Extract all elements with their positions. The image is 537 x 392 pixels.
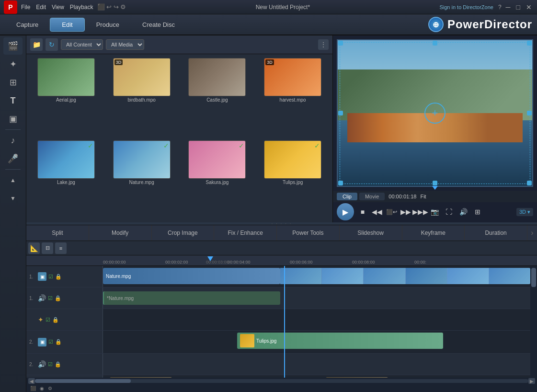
power-tools-tab[interactable]: Power Tools — [277, 225, 340, 241]
keyframe-tab[interactable]: Keyframe — [402, 225, 465, 241]
stop-button[interactable]: ■ — [357, 206, 368, 218]
menu-playback[interactable]: Playback — [70, 4, 93, 11]
status-bar: ⬛ ◉ ⚙ — [26, 384, 537, 392]
track-2-audio-content[interactable] — [103, 354, 537, 375]
media-item-tulips[interactable]: ✓ Tulips.jpg — [257, 140, 329, 219]
fit-selector[interactable]: Fit — [420, 194, 426, 199]
status-icon-3[interactable]: ⚙ — [48, 386, 52, 391]
track-alock-2[interactable]: 🔒 — [55, 361, 61, 368]
media-item-harvest[interactable]: 3D harvest.mpo — [257, 58, 329, 137]
nature-audio-clip[interactable]: *Nature.mpg — [103, 291, 280, 305]
media-item-sakura[interactable]: ✓ Sakura.jpg — [182, 140, 253, 219]
sidebar-icon-up[interactable]: ▲ — [3, 172, 23, 189]
timeline-zoom-out[interactable]: 📐 — [28, 242, 40, 254]
movie-tab[interactable]: Movie — [359, 193, 385, 200]
track-1-content[interactable]: Nature.mpg — [103, 266, 537, 287]
media-item-nature[interactable]: ✓ Nature.mpg — [106, 140, 178, 219]
create-disc-tab[interactable]: Create Disc — [131, 18, 186, 31]
content-filter[interactable]: All Content — [61, 39, 103, 50]
lake-clip-1[interactable]: Lake.jpg — [110, 377, 172, 378]
sidebar-icon-titles[interactable]: T — [3, 92, 23, 109]
timeline-view-btn[interactable]: ⊟ — [42, 242, 53, 254]
track-2-content[interactable]: Tulips.jpg — [103, 331, 537, 353]
track-lock-fx[interactable]: 🔒 — [52, 317, 59, 323]
slideshow-tab[interactable]: Slideshow — [340, 225, 402, 241]
volume-button[interactable]: 🔊 — [457, 206, 469, 218]
help-icon[interactable]: ? — [498, 4, 502, 11]
track-lock-1[interactable]: 🔒 — [55, 274, 62, 280]
play-button[interactable]: ▶ — [337, 203, 354, 220]
close-btn[interactable]: ✕ — [525, 3, 533, 11]
nature-clip[interactable]: Nature.mpg — [103, 268, 280, 284]
nature-clip-extended[interactable] — [280, 268, 530, 284]
sidebar-icon-voice[interactable]: 🎤 — [3, 150, 23, 167]
edit-tab[interactable]: Edit — [50, 18, 84, 32]
prev-frame-button[interactable]: ◀◀ — [371, 206, 383, 218]
media-item-aerial[interactable]: Aerial.jpg — [30, 58, 102, 137]
track-check-2[interactable]: ☑ — [48, 339, 53, 345]
grid-button[interactable]: ⊞ — [472, 206, 483, 218]
sidebar-icon-down[interactable]: ▼ — [3, 190, 23, 207]
fast-forward-button[interactable]: ▶▶▶ — [414, 206, 426, 218]
split-tab[interactable]: Split — [26, 225, 89, 241]
track-effects-content[interactable] — [103, 309, 537, 330]
tulips-clip[interactable]: Tulips.jpg — [237, 333, 443, 349]
capture-tab[interactable]: Capture — [5, 18, 50, 31]
more-tabs-btn[interactable]: › — [527, 225, 537, 241]
menu-view[interactable]: View — [52, 4, 64, 11]
sidebar-icon-effects[interactable]: ✦ — [3, 56, 23, 73]
track-check-1[interactable]: ☑ — [48, 274, 53, 280]
timeline-scrollbar-h[interactable]: ◀ ▶ — [26, 378, 537, 384]
produce-tab[interactable]: Produce — [85, 18, 131, 31]
media-filter[interactable]: All Media — [106, 39, 144, 50]
tulips-name: Tulips.jpg — [283, 180, 303, 185]
3d-button[interactable]: 3D ▾ — [516, 208, 533, 216]
track-acheck-1[interactable]: ☑ — [48, 295, 53, 301]
menu-bar[interactable]: File Edit View Playback — [21, 4, 93, 11]
menu-file[interactable]: File — [21, 4, 30, 11]
folder-icon[interactable]: 📁 — [30, 38, 43, 51]
window-controls[interactable]: ─ □ ✕ — [504, 3, 533, 11]
scrollbar-track[interactable] — [35, 379, 528, 383]
track-lock-2[interactable]: 🔒 — [55, 339, 62, 345]
media-item-birdbath[interactable]: 3D birdbath.mpo — [106, 58, 178, 137]
media-item-castle[interactable]: Castle.jpg — [182, 58, 253, 137]
sidebar-icon-transitions[interactable]: ⊞ — [3, 74, 23, 91]
sidebar-icon-music[interactable]: ♪ — [3, 132, 23, 149]
modify-tab[interactable]: Modify — [89, 225, 152, 241]
scroll-right-btn[interactable]: ▶ — [528, 378, 535, 384]
track-1-audio-content[interactable]: *Nature.mpg — [103, 288, 537, 309]
minimize-btn[interactable]: ─ — [504, 3, 512, 11]
scrollbar-thumb[interactable] — [35, 379, 131, 383]
timeline-add-btn[interactable]: ≡ — [55, 242, 67, 254]
scroll-left-btn[interactable]: ◀ — [28, 378, 35, 384]
sidebar-divider — [5, 129, 21, 130]
crop-image-tab[interactable]: Crop Image — [152, 225, 215, 241]
fix-enhance-tab[interactable]: Fix / Enhance — [214, 225, 277, 241]
expand-btn[interactable]: ⋮ — [318, 39, 329, 50]
duration-tab[interactable]: Duration — [465, 225, 527, 241]
sidebar-icon-pip[interactable]: ▣ — [3, 110, 23, 127]
media-item-lake[interactable]: ✓ Lake.jpg — [30, 140, 102, 219]
track-3-content[interactable]: Lake.jpg Lake.jpg — [103, 375, 537, 378]
maximize-btn[interactable]: □ — [515, 3, 522, 11]
track-2-audio-label: 2. 🔊 ☑ 🔒 — [26, 354, 103, 375]
refresh-icon[interactable]: ↻ — [46, 38, 58, 51]
menu-edit[interactable]: Edit — [36, 4, 46, 11]
snapshot-button[interactable]: ⬛↩ — [386, 206, 397, 218]
signin-link[interactable]: Sign in to DirectorZone — [439, 4, 493, 10]
track-alock-1[interactable]: 🔒 — [55, 295, 61, 301]
next-frame-button[interactable]: ▶▶ — [400, 206, 411, 218]
fullscreen-button[interactable]: ⛶ — [443, 206, 455, 218]
scrollbar-thumb-v[interactable] — [531, 268, 536, 287]
track-acheck-2[interactable]: ☑ — [48, 361, 53, 368]
camera-button[interactable]: 📷 — [429, 206, 440, 218]
3d-badge: 3D — [114, 59, 123, 65]
timeline-scrollbar-v[interactable] — [530, 266, 537, 378]
track-check-fx[interactable]: ☑ — [46, 317, 50, 323]
clip-tab[interactable]: Clip — [337, 193, 357, 200]
titlebar: P File Edit View Playback ⬛ ↩ ↪ ⚙ New Un… — [0, 0, 537, 14]
timeline: 📐 ⊟ ≡ 00:00:00:00 00:00:02:00 00:00:04:0… — [26, 241, 537, 392]
lake-clip-2[interactable]: Lake.jpg — [326, 377, 388, 378]
sidebar-icon-media[interactable]: 🎬 — [3, 37, 23, 55]
